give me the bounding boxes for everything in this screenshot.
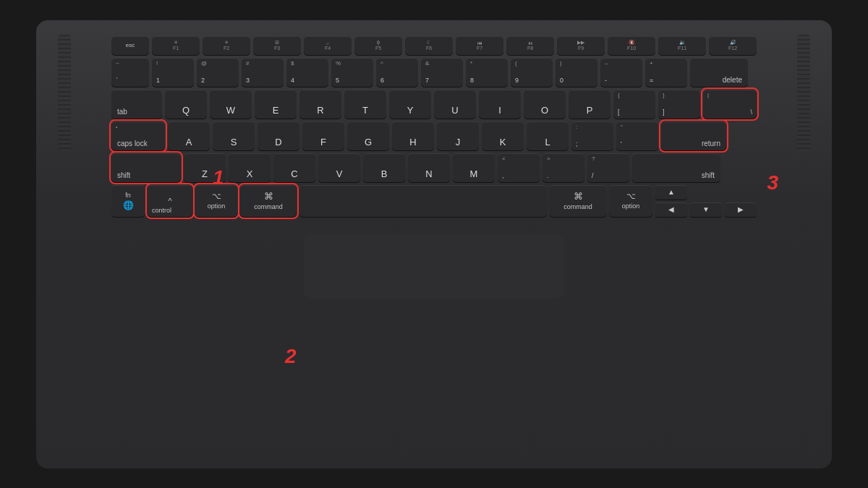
key-bracket-l[interactable]: { [ (613, 90, 655, 119)
key-equals[interactable]: + = (645, 58, 687, 87)
key-t[interactable]: T (344, 90, 386, 119)
key-f12[interactable]: 🔊 F12 (709, 36, 757, 55)
key-option-left[interactable]: ⌥ option (195, 185, 237, 217)
key-arrow-down[interactable]: ▼ (690, 202, 722, 217)
key-h[interactable]: H (392, 121, 434, 150)
key-f11[interactable]: 🔉 F11 (658, 36, 706, 55)
key-minus[interactable]: – - (600, 58, 642, 87)
key-k[interactable]: K (482, 121, 524, 150)
key-c[interactable]: C (273, 153, 315, 182)
key-m[interactable]: M (453, 153, 495, 182)
touchpad-container (90, 226, 778, 298)
key-command-left[interactable]: ⌘ command (240, 185, 297, 217)
key-arrow-left[interactable]: ◀ (655, 202, 687, 217)
key-n[interactable]: N (408, 153, 450, 182)
key-shift-left[interactable]: shift (111, 153, 181, 182)
key-f4[interactable]: ⌕ F4 (304, 36, 352, 55)
label-2: 2 (285, 345, 297, 368)
key-arrow-up[interactable]: ▲ (655, 185, 687, 200)
key-f3[interactable]: ⊞ F3 (253, 36, 301, 55)
key-j[interactable]: J (437, 121, 479, 150)
key-s[interactable]: S (213, 121, 255, 150)
key-shift-right[interactable]: shift (632, 153, 720, 182)
key-esc[interactable]: esc (111, 36, 149, 55)
key-0[interactable]: ) 0 (556, 58, 597, 87)
key-7[interactable]: & 7 (421, 58, 463, 87)
key-arrow-right[interactable]: ▶ (725, 202, 757, 217)
key-v[interactable]: V (318, 153, 360, 182)
arrow-keys: ▲ ◀ ▼ ▶ (655, 185, 757, 217)
key-f8[interactable]: ⏯ F8 (506, 36, 554, 55)
key-b[interactable]: B (363, 153, 405, 182)
key-f5[interactable]: 🎙 F5 (354, 36, 402, 55)
key-backtick[interactable]: ~ ` (111, 58, 149, 87)
key-command-right[interactable]: ⌘ command (550, 185, 606, 217)
key-f7[interactable]: ⏮ F7 (456, 36, 503, 55)
key-delete[interactable]: delete (690, 58, 748, 87)
key-f2[interactable]: ☀ F2 (203, 36, 250, 55)
key-8[interactable]: * 8 (466, 58, 508, 87)
key-4[interactable]: $ 4 (286, 58, 328, 87)
key-bracket-r[interactable]: } ] (658, 90, 700, 119)
keyboard: esc ☀ F1 ☀ F2 ⊞ F3 ⌕ F4 (90, 36, 778, 217)
num-row: ~ ` ! 1 @ 2 # 3 $ 4 (111, 58, 757, 87)
keyboard-wrapper: 1 2 3 esc ☀ F1 ☀ F2 ⊞ F3 (90, 30, 778, 298)
key-tab[interactable]: tab (111, 90, 162, 119)
key-f[interactable]: F (302, 121, 344, 150)
label-1: 1 (213, 166, 224, 189)
key-l[interactable]: L (527, 121, 569, 150)
key-fn[interactable]: fn 🌐 (111, 185, 145, 217)
key-o[interactable]: O (524, 90, 566, 119)
bottom-row: fn 🌐 ^ control ⌥ option ⌘ command ⌘ (111, 185, 757, 217)
key-a[interactable]: A (168, 121, 210, 150)
key-2[interactable]: @ 2 (197, 58, 239, 87)
key-d[interactable]: D (258, 121, 299, 150)
key-u[interactable]: U (434, 90, 476, 119)
key-comma[interactable]: < , (498, 153, 540, 182)
zxcv-row: shift Z X C V B N M < , > . ? (111, 153, 757, 182)
key-r[interactable]: R (299, 90, 341, 119)
key-x[interactable]: X (229, 153, 271, 182)
key-w[interactable]: W (210, 90, 252, 119)
key-return[interactable]: return (661, 121, 726, 150)
arrow-lr: ◀ ▼ ▶ (655, 202, 757, 217)
touchpad[interactable] (304, 233, 564, 298)
fn-row: esc ☀ F1 ☀ F2 ⊞ F3 ⌕ F4 (111, 36, 757, 55)
key-f9[interactable]: ▶▶ F9 (557, 36, 605, 55)
key-g[interactable]: G (347, 121, 389, 150)
key-f10[interactable]: 🔇 F10 (608, 36, 655, 55)
key-i[interactable]: I (479, 90, 521, 119)
key-y[interactable]: Y (389, 90, 431, 119)
key-spacebar[interactable] (299, 185, 547, 217)
key-semicolon[interactable]: : ; (571, 121, 613, 150)
key-caps-lock[interactable]: • caps lock (111, 121, 165, 150)
key-backslash[interactable]: | \ (703, 90, 757, 119)
key-period[interactable]: > . (542, 153, 584, 182)
key-slash[interactable]: ? / (587, 153, 629, 182)
key-6[interactable]: ^ 6 (376, 58, 418, 87)
key-9[interactable]: ( 9 (511, 58, 553, 87)
asdf-row: • caps lock A S D F G H J K L : ; " ' (111, 121, 757, 150)
key-f6[interactable]: ☾ F6 (405, 36, 453, 55)
key-5[interactable]: % 5 (331, 58, 373, 87)
key-p[interactable]: P (569, 90, 610, 119)
key-control[interactable]: ^ control (148, 185, 192, 217)
label-3: 3 (767, 171, 778, 194)
qwerty-row: tab Q W E R T Y U I O P { [ } ] (111, 90, 757, 119)
key-quote[interactable]: " ' (616, 121, 658, 150)
laptop-body: 1 2 3 esc ☀ F1 ☀ F2 ⊞ F3 (36, 20, 832, 468)
key-option-right[interactable]: ⌥ option (609, 185, 652, 217)
key-3[interactable]: # 3 (242, 58, 284, 87)
key-f1[interactable]: ☀ F1 (152, 36, 200, 55)
key-q[interactable]: Q (165, 90, 207, 119)
key-e[interactable]: E (255, 90, 297, 119)
key-1[interactable]: ! 1 (152, 58, 194, 87)
